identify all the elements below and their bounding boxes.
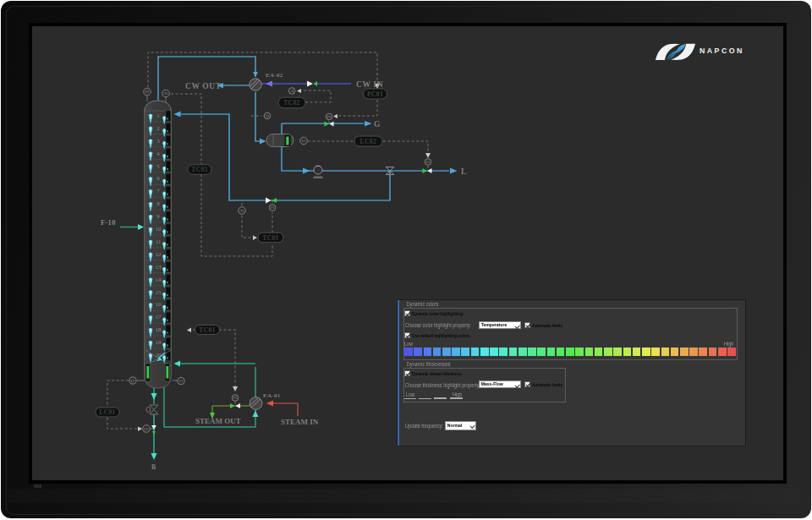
svg-text:11: 11 [156, 238, 162, 245]
svg-text:13: 13 [156, 264, 162, 271]
svg-text:18: 18 [156, 326, 162, 333]
svg-text:6: 6 [156, 175, 160, 182]
svg-text:TI: TI [164, 91, 167, 96]
svg-text:EA-01: EA-01 [263, 392, 281, 399]
svg-text:PT: PT [145, 90, 150, 94]
svg-text:LV: LV [426, 160, 431, 164]
svg-text:CW OUT: CW OUT [185, 82, 222, 90]
svg-text:20: 20 [156, 352, 162, 359]
svg-text:PV: PV [326, 115, 331, 119]
svg-text:TV: TV [233, 396, 237, 400]
svg-text:9: 9 [156, 213, 160, 220]
svg-text:4: 4 [156, 151, 160, 157]
svg-text:TI: TI [266, 114, 269, 118]
svg-text:G: G [374, 120, 381, 129]
svg-text:TC01: TC01 [262, 234, 279, 242]
svg-text:17: 17 [156, 314, 162, 320]
svg-text:L: L [461, 167, 467, 176]
svg-text:TC02: TC02 [283, 99, 300, 107]
svg-text:TC03: TC03 [191, 166, 208, 173]
svg-text:7: 7 [156, 188, 160, 194]
svg-text:14: 14 [156, 276, 162, 283]
svg-text:10: 10 [156, 226, 162, 233]
svg-text:F-10: F-10 [101, 218, 116, 227]
svg-text:1: 1 [156, 112, 160, 119]
svg-text:5: 5 [156, 163, 160, 170]
svg-text:12: 12 [156, 251, 162, 258]
svg-text:TV: TV [270, 205, 274, 210]
svg-text:NAPCON: NAPCON [700, 47, 744, 55]
svg-text:STEAM OUT: STEAM OUT [195, 417, 241, 425]
svg-text:8: 8 [156, 200, 160, 207]
svg-text:TI: TI [240, 209, 244, 213]
svg-text:LT: LT [131, 379, 135, 383]
svg-text:3: 3 [156, 138, 160, 145]
svg-text:LI: LI [179, 379, 183, 383]
svg-text:LV: LV [145, 427, 149, 431]
svg-text:LC01: LC01 [99, 408, 116, 416]
svg-text:AI: AI [290, 89, 294, 93]
svg-text:EA-02: EA-02 [266, 72, 283, 79]
svg-text:19: 19 [156, 339, 162, 346]
svg-text:15: 15 [156, 289, 162, 296]
svg-text:CW IN: CW IN [356, 80, 383, 89]
svg-text:16: 16 [156, 301, 162, 308]
svg-text:2: 2 [156, 125, 160, 132]
svg-text:B: B [151, 463, 156, 471]
svg-text:LI: LI [302, 139, 305, 143]
svg-text:TC01: TC01 [199, 326, 216, 334]
svg-text:STEAM IN: STEAM IN [281, 418, 319, 426]
svg-text:LC02: LC02 [360, 138, 377, 145]
svg-text:PC01: PC01 [367, 90, 383, 98]
